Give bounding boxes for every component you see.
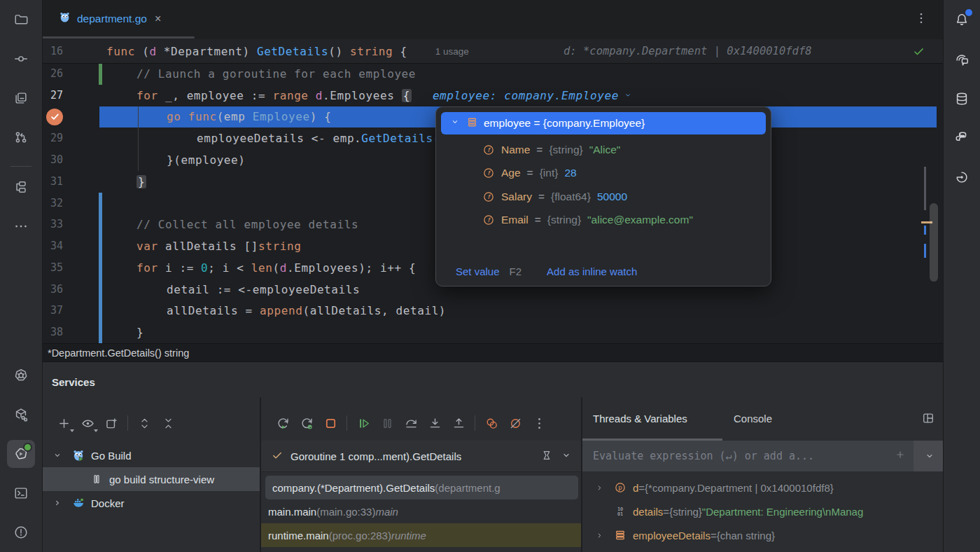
stop-button[interactable] (318, 411, 342, 435)
mute-breakpoints-button[interactable] (503, 411, 527, 435)
step-into-button[interactable] (423, 411, 447, 435)
sidebar-item-python[interactable] (948, 124, 976, 152)
sidebar-item-endpoints[interactable] (948, 163, 976, 191)
inspection-ok-check-icon[interactable] (912, 45, 925, 61)
pause-button[interactable] (375, 411, 399, 435)
sidebar-item-services-run[interactable] (7, 440, 35, 468)
services-tool-window: Services Go Buildgo build structure-view… (42, 361, 944, 552)
more-vertical-button[interactable] (527, 411, 551, 435)
rerun-tasks-button[interactable] (295, 411, 318, 435)
variable-name: d (633, 482, 638, 494)
variable-d[interactable]: pd = {*company.Department | 0x1400010fdf… (582, 476, 945, 499)
sidebar-item-commit[interactable] (7, 45, 35, 73)
sidebar-item-editor-tabs[interactable] (7, 84, 35, 112)
code-editor[interactable]: 26// Launch a goroutine for each employe… (42, 63, 944, 343)
sidebar-item-packages[interactable] (7, 401, 35, 429)
chevron-down-icon[interactable] (49, 450, 66, 461)
expand-evaluate-chevron[interactable] (913, 441, 945, 471)
goroutine-selector[interactable]: Goroutine 1 comp...ment).GetDetails (261, 441, 582, 472)
inline-debugger-hint[interactable]: employee: company.Employee (433, 89, 633, 102)
chevron-right-icon[interactable] (49, 497, 66, 509)
popup-field-email[interactable]: fEmail={string}"alice@example.com" (436, 209, 771, 233)
tab-department-go[interactable]: department.go × (52, 0, 168, 37)
editor-scrollbar-thumb[interactable] (930, 203, 938, 282)
collapse-all-button[interactable] (156, 411, 180, 435)
sidebar-item-notifications[interactable] (948, 6, 976, 34)
chevron-down-icon[interactable] (560, 449, 573, 464)
chevron-right-icon[interactable] (591, 483, 608, 493)
packages-icon (13, 407, 29, 422)
stack-frame-company-department-getdetails[interactable]: company.(*Department).GetDetails (depart… (265, 476, 578, 499)
expand-all-button[interactable] (132, 411, 156, 435)
code-token: GetDetails (257, 45, 328, 58)
service-item-go-build[interactable]: Go Build (42, 443, 260, 467)
tab-threads-variables[interactable]: Threads & Variables (593, 413, 687, 425)
layout-settings-icon[interactable] (921, 411, 935, 428)
set-value-shortcut: F2 (510, 265, 522, 277)
usages-hint[interactable]: 1 usage (435, 46, 469, 57)
frame-function: runtime.main (268, 530, 329, 541)
code-text: allDetails = append(allDetails, detail) (42, 304, 446, 317)
chevron-down-icon[interactable] (449, 116, 461, 130)
variable-employeeDetails[interactable]: employeeDetails = {chan string} (582, 523, 945, 547)
sidebar-item-database[interactable] (948, 85, 976, 113)
add-inline-watch-action[interactable]: Add as inline watch (547, 265, 637, 277)
popup-field-list: fName={string}"Alice"fAge={int}28fSalary… (436, 138, 771, 232)
hide-frames-icon[interactable] (540, 449, 553, 464)
popup-field-salary[interactable]: fSalary={float64}50000 (436, 185, 771, 209)
code-line-27[interactable]: 27for _, employee := range d.Employees {… (42, 85, 944, 106)
equals: = (538, 191, 545, 203)
code-line-38[interactable]: 38} (42, 322, 944, 343)
popup-root-row[interactable]: employee = {company.Employee} (441, 112, 766, 134)
code-token: }(employee) (167, 153, 246, 167)
add-watch-icon[interactable] (894, 448, 906, 464)
service-item-go-build-structure-view[interactable]: go build structure-view (42, 467, 260, 491)
error-stripe-mark[interactable] (924, 244, 926, 258)
code-line-26[interactable]: 26// Launch a goroutine for each employe… (42, 63, 944, 85)
step-over-button[interactable] (399, 411, 423, 435)
rerun-button[interactable] (271, 411, 295, 435)
error-stripe-mark[interactable] (924, 226, 926, 235)
sidebar-item-version-control[interactable] (7, 123, 35, 151)
sidebar-item-ai-assistant[interactable] (948, 46, 976, 74)
sidebar-item-structure[interactable] (7, 173, 35, 201)
tab-close-icon[interactable]: × (155, 13, 161, 25)
code-line-37[interactable]: 37allDetails = append(allDetails, detail… (42, 300, 944, 322)
stack-frame-runtime-main[interactable]: runtime.main (proc.go:283) runtime (261, 523, 582, 547)
view-breakpoints-button[interactable] (479, 411, 503, 435)
line-number[interactable]: 32 (42, 193, 63, 214)
sidebar-item-kubernetes[interactable] (7, 361, 35, 389)
chevron-right-icon[interactable] (591, 530, 608, 541)
variables-column: Threads & Variables Console Evaluate exp… (581, 397, 945, 552)
tab-options-more-icon[interactable] (914, 11, 928, 28)
set-value-action[interactable]: Set value (456, 265, 500, 277)
popup-field-name[interactable]: fName={string}"Alice" (436, 138, 771, 162)
resume-button[interactable] (351, 411, 375, 435)
stack-frame-main-main[interactable]: main.main (main.go:33) main (261, 499, 582, 523)
variable-details[interactable]: 1001details = {string} "Department: Engi… (582, 499, 945, 523)
code-token: append (260, 304, 302, 317)
evaluate-expression-bar[interactable]: Evaluate expression (↵) or add a... (582, 441, 945, 471)
code-text: employeeDetails <- emp.GetDetails() (42, 132, 447, 145)
sidebar-item-terminal[interactable] (7, 479, 35, 507)
debugger-tabs: Threads & Variables Console (582, 397, 945, 441)
sidebar-item-more-horizontal[interactable] (7, 212, 35, 240)
variable-name: details (633, 506, 663, 518)
add-service-button[interactable] (99, 411, 123, 435)
code-token: string (258, 240, 301, 253)
sidebar-item-project-folder[interactable] (7, 6, 35, 34)
add-button[interactable] (52, 411, 76, 435)
pause-small-icon (88, 473, 105, 485)
preview-button[interactable] (76, 411, 99, 435)
variable-type: {string} (669, 506, 702, 518)
sidebar-item-problems[interactable] (7, 518, 35, 546)
service-item-docker[interactable]: Docker (42, 491, 260, 515)
panel-title: Services (52, 376, 95, 388)
step-out-button[interactable] (447, 411, 470, 435)
go-gopher-icon (59, 11, 71, 26)
popup-actions: Set value F2 Add as inline watch (456, 265, 637, 277)
popup-field-age[interactable]: fAge={int}28 (436, 162, 771, 186)
code-token (309, 89, 316, 102)
code-token: 0 (201, 261, 208, 275)
tab-console[interactable]: Console (734, 413, 772, 425)
